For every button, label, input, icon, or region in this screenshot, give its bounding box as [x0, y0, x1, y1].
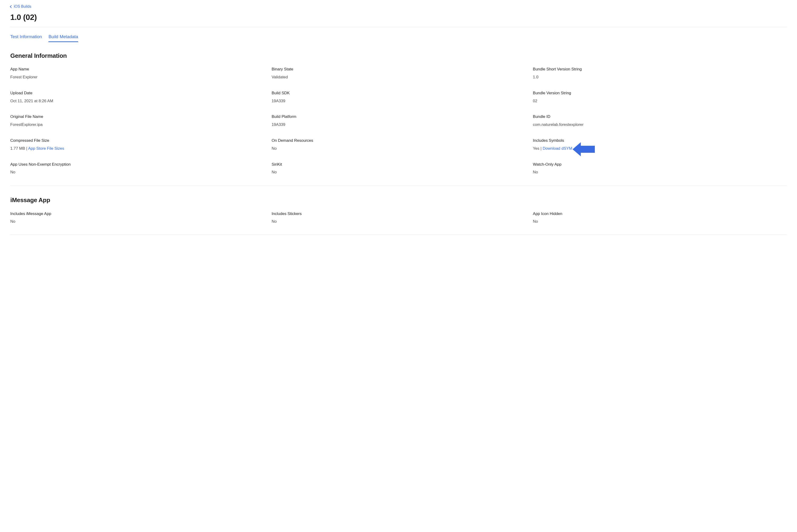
value-compressed-file-size: 1.77 MB | App Store File Sizes — [10, 146, 264, 151]
value-bundle-id: com.naturelab.forestexplorer — [533, 122, 787, 128]
includes-symbols-text: Yes — [533, 146, 539, 151]
field-app-icon-hidden: App Icon Hidden No — [533, 211, 787, 225]
field-watch-only: Watch-Only App No — [533, 162, 787, 175]
field-app-name: App Name Forest Explorer — [10, 66, 264, 80]
label-bundle-short-version: Bundle Short Version String — [533, 66, 787, 72]
section-title-imessage: iMessage App — [10, 196, 787, 204]
section-title-general: General Information — [10, 52, 787, 60]
label-sirikit: SiriKit — [272, 162, 526, 167]
field-bundle-version: Bundle Version String 02 — [533, 90, 787, 104]
tabs: Test Information Build Metadata — [10, 34, 787, 42]
value-includes-stickers: No — [272, 219, 526, 224]
value-upload-date: Oct 11, 2021 at 8:26 AM — [10, 98, 264, 104]
tab-build-metadata[interactable]: Build Metadata — [49, 34, 78, 42]
includes-symbols-separator: | — [539, 146, 543, 151]
label-bundle-version: Bundle Version String — [533, 90, 787, 96]
value-build-platform: 19A339 — [272, 122, 526, 128]
value-app-icon-hidden: No — [533, 219, 787, 224]
field-upload-date: Upload Date Oct 11, 2021 at 8:26 AM — [10, 90, 264, 104]
section-divider-1 — [10, 185, 787, 186]
field-non-exempt-encryption: App Uses Non-Exempt Encryption No — [10, 162, 264, 175]
field-sirikit: SiriKit No — [272, 162, 526, 175]
field-build-sdk: Build SDK 19A339 — [272, 90, 526, 104]
field-bundle-id: Bundle ID com.naturelab.forestexplorer — [533, 114, 787, 128]
label-compressed-file-size: Compressed File Size — [10, 138, 264, 144]
label-build-sdk: Build SDK — [272, 90, 526, 96]
field-compressed-file-size: Compressed File Size 1.77 MB | App Store… — [10, 138, 264, 151]
value-non-exempt-encryption: No — [10, 169, 264, 175]
general-grid: App Name Forest Explorer Binary State Va… — [10, 66, 787, 175]
app-store-file-sizes-link[interactable]: App Store File Sizes — [28, 146, 64, 151]
tab-test-information[interactable]: Test Information — [10, 34, 42, 42]
label-binary-state: Binary State — [272, 66, 526, 72]
value-binary-state: Validated — [272, 74, 526, 80]
label-app-icon-hidden: App Icon Hidden — [533, 211, 787, 217]
label-upload-date: Upload Date — [10, 90, 264, 96]
value-bundle-short-version: 1.0 — [533, 74, 787, 80]
header-divider — [10, 27, 787, 27]
compressed-size-text: 1.77 MB — [10, 146, 25, 151]
label-watch-only: Watch-Only App — [533, 162, 787, 167]
compressed-size-separator: | — [25, 146, 28, 151]
label-original-file-name: Original File Name — [10, 114, 264, 119]
field-binary-state: Binary State Validated — [272, 66, 526, 80]
value-bundle-version: 02 — [533, 98, 787, 104]
value-on-demand-resources: No — [272, 146, 526, 151]
label-on-demand-resources: On Demand Resources — [272, 138, 526, 144]
label-non-exempt-encryption: App Uses Non-Exempt Encryption — [10, 162, 264, 167]
back-link[interactable]: iOS Builds — [10, 4, 31, 9]
page-title: 1.0 (02) — [10, 12, 787, 23]
value-includes-imessage: No — [10, 219, 264, 224]
label-includes-imessage: Includes iMessage App — [10, 211, 264, 217]
label-build-platform: Build Platform — [272, 114, 526, 119]
label-includes-symbols: Includes Symbols — [533, 138, 787, 144]
field-original-file-name: Original File Name ForestExplorer.ipa — [10, 114, 264, 128]
value-build-sdk: 19A339 — [272, 98, 526, 104]
back-link-label: iOS Builds — [14, 4, 31, 9]
value-watch-only: No — [533, 169, 787, 175]
field-includes-stickers: Includes Stickers No — [272, 211, 526, 225]
value-app-name: Forest Explorer — [10, 74, 264, 80]
value-sirikit: No — [272, 169, 526, 175]
field-on-demand-resources: On Demand Resources No — [272, 138, 526, 151]
field-bundle-short-version: Bundle Short Version String 1.0 — [533, 66, 787, 80]
chevron-left-icon — [10, 5, 13, 8]
field-includes-imessage: Includes iMessage App No — [10, 211, 264, 225]
field-includes-symbols: Includes Symbols Yes | Download dSYM — [533, 138, 787, 151]
field-build-platform: Build Platform 19A339 — [272, 114, 526, 128]
label-bundle-id: Bundle ID — [533, 114, 787, 119]
imessage-grid: Includes iMessage App No Includes Sticke… — [10, 211, 787, 225]
download-dsym-link[interactable]: Download dSYM — [543, 146, 572, 151]
value-original-file-name: ForestExplorer.ipa — [10, 122, 264, 128]
label-app-name: App Name — [10, 66, 264, 72]
value-includes-symbols: Yes | Download dSYM — [533, 146, 787, 151]
label-includes-stickers: Includes Stickers — [272, 211, 526, 217]
